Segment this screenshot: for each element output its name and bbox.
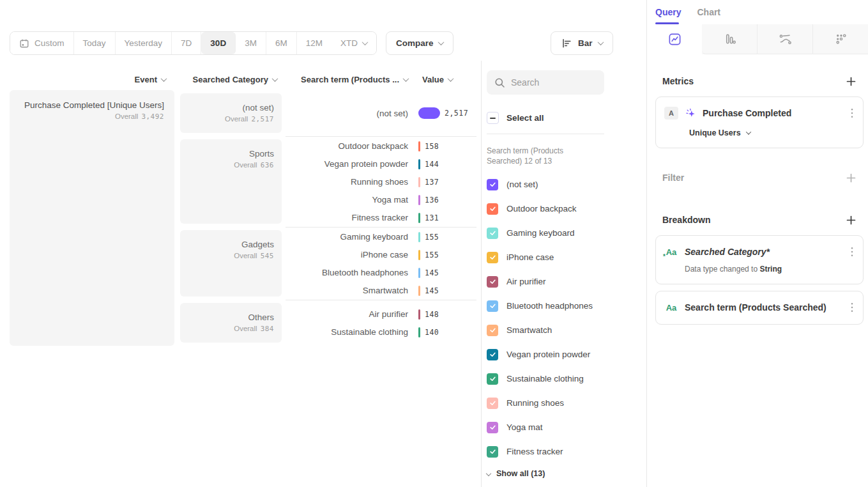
checked-checkbox[interactable] [487,373,498,385]
add-metric-button[interactable] [846,77,856,86]
date-range-option[interactable]: 3M [236,32,266,54]
checked-checkbox[interactable] [487,300,498,312]
checked-checkbox[interactable] [487,203,498,215]
event-overall: Overall3,492 [10,112,164,121]
legend-item-label: Gaming keyboard [506,228,575,238]
legend-item[interactable]: Running shoes [487,398,604,409]
category-overall: Overall384 [180,325,274,333]
date-range-option[interactable]: 30D [201,32,236,54]
table-row: Fitness tracker 131 [286,209,476,227]
term-label: Air purifier [286,309,413,319]
kebab-menu-icon[interactable] [849,107,855,120]
column-header-category[interactable]: Searched Category [180,73,282,86]
legend-item[interactable]: Gaming keyboard [487,228,604,239]
kebab-menu-icon[interactable] [849,301,855,314]
table-row: Smartwatch 145 [286,282,476,300]
flows-icon [778,32,793,47]
category-group: Gadgets Overall545 Gaming keyboard [180,227,476,300]
tab-insights[interactable] [647,24,702,54]
table-row: Air purifier 148 [286,305,476,323]
value-bar [418,232,420,242]
chevron-down-icon [438,39,445,45]
select-all[interactable]: Select all [487,112,604,124]
tab-chart[interactable]: Chart [697,7,720,17]
legend-item[interactable]: Yoga mat [487,422,604,433]
checked-checkbox[interactable] [487,325,498,336]
value-number: 155 [425,251,439,259]
category-group: Others Overall384 Air purifier [180,300,476,346]
column-header-term[interactable]: Search term (Products ... [286,73,413,86]
legend-item[interactable]: iPhone case [487,252,604,263]
date-range-xtd[interactable]: XTD [331,32,376,54]
checked-checkbox[interactable] [487,446,498,458]
legend-item[interactable]: Outdoor backpack [487,203,604,215]
term-rows: (not set) 2,517 [286,90,476,136]
legend-item[interactable]: Vegan protein powder [487,349,604,360]
chart-type-select[interactable]: Bar [551,31,613,55]
tab-flows[interactable] [757,24,812,54]
tab-query[interactable]: Query [655,7,681,17]
value-bar [418,309,420,320]
term-rows: Gaming keyboard 155 iPhone case [286,227,476,300]
compare-button[interactable]: Compare [386,31,454,55]
string-property-icon: Aa* [664,247,678,257]
date-range-custom[interactable]: Custom [10,32,74,54]
measure-dropdown[interactable]: Unique Users [689,128,855,137]
legend-item[interactable]: (not set) [487,179,604,190]
term-label: Fitness tracker [286,213,413,222]
checked-checkbox[interactable] [487,252,498,263]
divider [487,134,604,134]
legend-item[interactable]: Smartwatch [487,325,604,336]
bar-chart-icon [561,38,572,49]
chevron-down-icon [486,471,491,476]
checked-checkbox[interactable] [487,398,498,409]
metrics-section-header: Metrics [647,76,868,86]
kebab-menu-icon[interactable] [849,245,855,258]
value-cell: 2,517 [413,107,476,119]
value-number: 148 [425,310,439,319]
checked-checkbox[interactable] [487,422,498,433]
legend-item[interactable]: Sustainable clothing [487,373,604,385]
category-cell: Sports Overall636 [180,139,282,224]
category-group: (not set) Overall2,517 (not set) [180,90,476,136]
tab-retention[interactable] [812,24,868,54]
checked-checkbox[interactable] [487,349,498,360]
breakdown-card-search-term[interactable]: Aa Search term (Products Searched) [655,291,864,325]
string-property-icon: Aa [664,303,678,313]
legend-item-label: Sustainable clothing [506,374,584,383]
date-range-option[interactable]: Today [74,32,116,54]
checked-checkbox[interactable] [487,276,498,288]
add-breakdown-button[interactable] [846,215,856,225]
breakdown-card-searched-category[interactable]: Aa* Searched Category* Data type changed… [655,235,864,284]
date-range-option[interactable]: 6M [266,32,297,54]
column-header-value[interactable]: Value [413,73,476,86]
date-range-option[interactable]: 12M [297,32,331,54]
value-number: 140 [425,328,439,337]
legend-search[interactable] [487,70,604,95]
category-name: Sports [180,149,274,158]
panel-divider [481,61,482,487]
show-all-toggle[interactable]: Show all (13) [487,469,604,478]
checked-checkbox[interactable] [487,228,498,239]
search-input[interactable] [511,77,594,88]
metric-card[interactable]: A Purchase Completed Unique Users [655,97,864,148]
legend-item[interactable]: Air purifier [487,276,604,288]
insights-icon [667,32,682,47]
select-all-checkbox[interactable] [487,112,499,124]
date-range-option[interactable]: Yesterday [116,32,172,54]
toolbar: Custom TodayYesterday7D30D3M6M12M XTD Co… [10,31,453,55]
legend-item-label: Vegan protein powder [506,350,590,359]
value-bar [418,107,440,119]
legend-item[interactable]: Fitness tracker [487,446,604,458]
date-range-options: TodayYesterday7D30D3M6M12M [74,32,331,54]
legend-item[interactable]: Bluetooth headphones [487,300,604,312]
column-header-event[interactable]: Event [10,73,174,86]
checked-checkbox[interactable] [487,179,498,190]
date-range-option[interactable]: 7D [172,32,201,54]
tab-funnels[interactable] [702,24,757,54]
category-groups: (not set) Overall2,517 (not set) [180,90,476,346]
term-label: Smartwatch [286,286,413,295]
add-filter-button[interactable] [846,173,856,183]
legend-item-label: Outdoor backpack [506,204,577,213]
category-cell: Gadgets Overall545 [180,230,282,297]
